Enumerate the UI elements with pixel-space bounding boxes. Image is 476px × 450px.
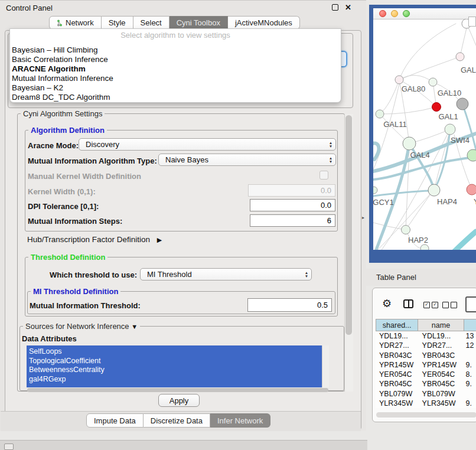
network-edge[interactable] [373,191,431,196]
sources-toggle[interactable]: Sources for Network Inference ▼ [23,322,140,331]
dpi-tolerance-field[interactable]: 0.0 [250,199,335,211]
attributes-horizontal-scrollbar[interactable] [27,388,328,392]
manual-kernel-checkbox[interactable] [319,171,328,180]
table-row[interactable]: YDR27...YDR27...12 [376,341,476,350]
table-cell[interactable]: YBR043C [376,351,418,360]
table-horizontal-scrollbar[interactable] [376,412,476,418]
network-edge[interactable] [380,107,436,114]
table-cell[interactable]: YER054C [418,370,464,379]
deselect-all-checks-icon[interactable] [442,302,457,308]
network-node-GAL4[interactable] [403,137,416,150]
tab-impute-data[interactable]: Impute Data [86,413,144,428]
table-row[interactable]: YPR145WYPR145W9. [376,360,476,370]
algorithm-option-selected[interactable]: ARACNE Algorithm [10,64,341,74]
table-cell[interactable]: YLR345W [418,399,464,408]
table-cell[interactable]: YBR045C [418,379,464,389]
column-header-name[interactable]: name [418,319,464,331]
table-cell[interactable]: YBL079W [418,389,464,399]
minimize-traffic-light-icon[interactable] [391,10,398,17]
tab-discretize-data[interactable]: Discretize Data [144,413,210,428]
table-cell[interactable]: YBR043C [418,351,464,360]
mi-threshold-field[interactable]: 0.5 [247,298,332,312]
network-node-node-bottom[interactable] [420,244,429,250]
table-row[interactable]: YBL079WYBL079W [376,389,476,399]
tab-style[interactable]: Style [102,16,133,30]
table-row[interactable]: YLR345WYLR345W9. [376,399,476,408]
table-cell[interactable]: 9. [464,399,476,408]
table-cell[interactable]: YDL19... [418,331,464,341]
attribute-item-selected[interactable]: SelfLoops [27,347,322,357]
column-header-partial[interactable] [464,319,476,331]
column-header-shared-name[interactable]: shared... [376,319,418,331]
network-edge[interactable] [448,231,476,250]
table-cell[interactable]: 12 [464,341,476,350]
mi-type-select[interactable]: Naive Bayes ▲▼ [158,154,336,166]
aracne-mode-select[interactable]: Discovery ▲▼ [79,138,336,151]
table-cell[interactable]: YBL079W [376,389,418,399]
network-node-node-green-right[interactable] [467,149,476,161]
network-edge[interactable] [399,57,460,80]
which-threshold-select[interactable]: MI Threshold ▲▼ [140,268,312,281]
partial-toolbar-icon[interactable] [465,296,476,312]
network-node-node-salmon[interactable] [467,184,476,195]
table-cell[interactable]: YDL19... [376,331,418,341]
columns-icon[interactable] [403,299,413,308]
algorithm-option[interactable]: Bayesian – K2 [10,83,341,93]
table-cell[interactable]: YDR27... [376,341,418,350]
algorithm-option[interactable]: Bayesian – Hill Climbing [10,45,341,55]
network-node-GAL1[interactable] [432,103,441,112]
table-cell[interactable]: YLR345W [376,399,418,408]
table-cell[interactable]: YER054C [376,370,418,379]
network-node-node-pink-top[interactable] [456,53,464,61]
gear-icon[interactable]: ⚙ [382,298,392,309]
table-row[interactable]: YDL19...YDL19...13 [376,331,476,341]
algorithm-option[interactable]: Basic Correlation Inference [10,55,341,64]
close-traffic-light-icon[interactable] [379,10,386,17]
network-edge[interactable] [406,195,430,230]
panel-divider-arrow-icon[interactable]: ▸ [362,215,364,220]
table-cell[interactable]: YBR045C [376,379,418,389]
network-node-HAP4[interactable] [428,184,440,196]
table-cell[interactable]: YPR145W [376,360,418,370]
algorithm-option[interactable]: Mutual Information Inference [10,74,341,83]
tab-jactivemnodules[interactable]: jActiveMNodules [228,16,300,30]
close-button[interactable]: ✕ [345,4,351,11]
network-canvas[interactable]: GALGAL80GAL10GAL1GAL11SWI4GAL4GCY1HAP4YH… [373,19,476,250]
network-node-GAL80[interactable] [395,76,403,84]
attribute-item-selected[interactable]: gal4RGexp [27,375,322,384]
table-cell[interactable] [464,389,476,399]
collapsed-panel-icon[interactable] [4,444,14,450]
table-cell[interactable]: 8. [464,370,476,379]
attribute-item-selected[interactable]: BetweennessCentrality [27,366,322,375]
canvas-scrollbar-button[interactable] [468,17,476,27]
network-node-SWI4[interactable] [445,124,455,135]
table-cell[interactable]: 13 [464,331,476,341]
table-cell[interactable]: YPR145W [418,360,464,370]
table-cell[interactable] [464,351,476,360]
settings-scrollbar-thumb[interactable] [345,115,352,335]
network-edge[interactable] [399,24,456,80]
table-row[interactable]: YBR045CYBR045C9. [376,379,476,389]
tab-cyni-toolbox[interactable]: Cyni Toolbox [169,16,228,30]
table-row[interactable]: YER054CYER054C8. [376,370,476,379]
tab-network[interactable]: Network [49,16,102,30]
tab-infer-network[interactable]: Infer Network [210,413,270,428]
table-cell[interactable]: 9. [464,379,476,389]
network-window-titlebar[interactable] [373,8,476,19]
network-node-GAL10[interactable] [429,78,437,86]
mi-steps-field[interactable]: 6 [250,214,335,227]
network-edge[interactable] [373,143,379,159]
float-window-button[interactable] [332,4,338,11]
network-node-GAL11[interactable] [376,110,384,118]
network-edge[interactable] [399,75,433,82]
network-node-HAP2[interactable] [402,226,410,234]
hub-definition-toggle[interactable]: Hub/Transcription Factor Definition ▶ [27,235,162,244]
zoom-traffic-light-icon[interactable] [403,10,410,17]
table-cell[interactable]: 9. [464,360,476,370]
network-node-GCY1[interactable] [373,187,377,194]
network-node-node-gray[interactable] [457,98,468,110]
kernel-width-field[interactable]: 0.0 [248,184,335,197]
table-cell[interactable]: YDR27... [418,341,464,350]
table-row[interactable]: YBR043CYBR043C [376,351,476,360]
apply-button[interactable]: Apply [158,394,200,407]
